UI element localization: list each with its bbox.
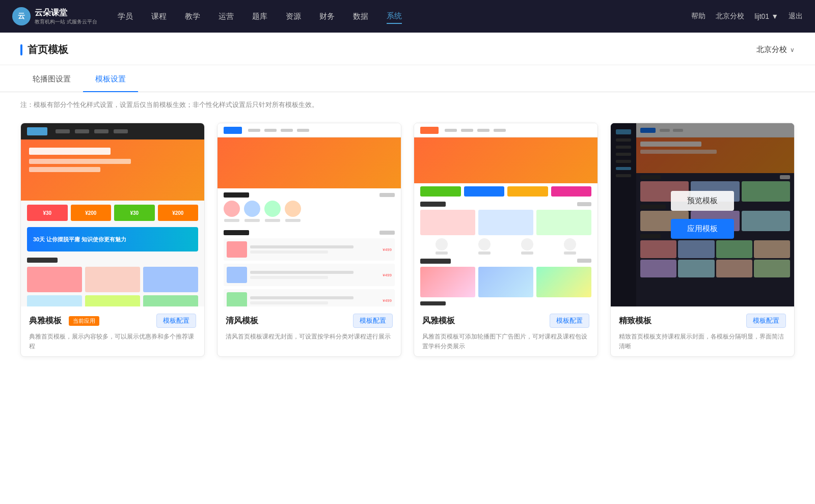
chevron-down-icon: ∨ <box>790 46 795 53</box>
branch-link[interactable]: 北京分校 <box>716 12 744 21</box>
logo: 云 云朵课堂 教育机构一站 式服务云平台 <box>12 7 97 25</box>
template-grid: ¥30 ¥200 ¥30 ¥200 30天 让你摆脱平庸 知识使你 <box>0 118 815 377</box>
branch-selector[interactable]: 北京分校 ∨ <box>756 45 795 54</box>
title-bar-accent <box>20 44 22 55</box>
config-button-1[interactable]: 模板配置 <box>156 314 196 328</box>
config-button-4[interactable]: 模板配置 <box>746 314 786 328</box>
help-link[interactable]: 帮助 <box>691 12 705 21</box>
template-desc-2: 清风首页模板课程无封面，可设置按学科分类对课程进行展示 <box>226 332 393 342</box>
top-navigation: 云 云朵课堂 教育机构一站 式服务云平台 学员 课程 教学 运营 题库 资源 财… <box>0 0 815 33</box>
page-title-text: 首页模板 <box>28 43 68 57</box>
template-card-3: 课程展示 风雅模板 模板配置 风雅首页模板可添加轮播图下广告图片，可对课程及课程… <box>414 123 598 357</box>
config-button-2[interactable]: 模板配置 <box>353 314 393 328</box>
template-preview-4: 预览模板 应用模板 <box>611 123 794 306</box>
template-desc-3: 风雅首页模板可添加轮播图下广告图片，可对课程及课程包设置学科分类展示 <box>422 332 589 351</box>
template-footer-4: 精致模板 模板配置 精致首页模板支持课程展示封面，各模板分隔明显，界面简洁清晰 <box>611 306 794 356</box>
tab-bar: 轮播图设置 模板设置 <box>0 67 815 92</box>
nav-right: 帮助 北京分校 lijt01 ▼ 退出 <box>691 12 803 21</box>
nav-item-questions[interactable]: 题库 <box>252 10 267 23</box>
logout-button[interactable]: 退出 <box>789 12 803 21</box>
page-header: 首页模板 北京分校 ∨ <box>0 33 815 65</box>
template-footer-1: 典雅模板 当前应用 模板配置 典雅首页模板，展示内容较多，可以展示优惠券和多个推… <box>21 306 204 356</box>
logo-icon: 云 <box>12 7 31 25</box>
logo-text: 云朵课堂 教育机构一站 式服务云平台 <box>35 8 97 25</box>
template-card-4: 预览模板 应用模板 精致模板 模板配置 精致首页模板支持课程展示封面，各模板分隔… <box>610 123 795 357</box>
notice-text: 注：模板有部分个性化样式设置，设置后仅当前模板生效；非个性化样式设置后只针对所有… <box>0 92 815 118</box>
nav-item-courses[interactable]: 课程 <box>151 10 167 23</box>
template-desc-4: 精致首页模板支持课程展示封面，各模板分隔明显，界面简洁清晰 <box>619 332 786 351</box>
config-button-3[interactable]: 模板配置 <box>550 314 589 328</box>
nav-menu: 学员 课程 教学 运营 题库 资源 财务 数据 系统 <box>118 9 692 24</box>
nav-item-finance[interactable]: 财务 <box>319 10 335 23</box>
template-name-1: 典雅模板 <box>29 316 62 326</box>
template-preview-3: 课程展示 <box>414 123 597 306</box>
nav-item-system[interactable]: 系统 <box>387 9 402 24</box>
page-content: 首页模板 北京分校 ∨ 轮播图设置 模板设置 注：模板有部分个性化样式设置，设置… <box>0 33 815 504</box>
tab-carousel[interactable]: 轮播图设置 <box>20 67 83 92</box>
nav-item-operations[interactable]: 运营 <box>219 10 234 23</box>
template-preview-1: ¥30 ¥200 ¥30 ¥200 30天 让你摆脱平庸 知识使你 <box>21 123 204 306</box>
template-desc-1: 典雅首页模板，展示内容较多，可以展示优惠券和多个推荐课程 <box>29 332 196 351</box>
template-footer-3: 风雅模板 模板配置 风雅首页模板可添加轮播图下广告图片，可对课程及课程包设置学科… <box>414 306 597 356</box>
preview-button-4[interactable]: 预览模板 <box>671 191 734 211</box>
badge-current-1: 当前应用 <box>69 316 99 326</box>
template-4-overlay: 预览模板 应用模板 <box>611 123 794 306</box>
template-preview-2: ¥499 ¥499 <box>218 123 401 306</box>
template-name-3: 风雅模板 <box>422 316 455 326</box>
tab-template[interactable]: 模板设置 <box>83 67 138 92</box>
page-title: 首页模板 <box>20 43 68 57</box>
nav-item-students[interactable]: 学员 <box>118 10 133 23</box>
nav-item-data[interactable]: 数据 <box>353 10 368 23</box>
template-name-2: 清风模板 <box>226 316 258 326</box>
nav-item-teaching[interactable]: 教学 <box>185 10 200 23</box>
template-card-1: ¥30 ¥200 ¥30 ¥200 30天 让你摆脱平庸 知识使你 <box>20 123 205 357</box>
template-card-2: ¥499 ¥499 <box>217 123 401 357</box>
nav-item-resources[interactable]: 资源 <box>286 10 301 23</box>
apply-button-4[interactable]: 应用模板 <box>671 219 734 239</box>
template-footer-2: 清风模板 模板配置 清风首页模板课程无封面，可设置按学科分类对课程进行展示 <box>218 306 401 347</box>
template-name-4: 精致模板 <box>619 316 651 326</box>
user-menu[interactable]: lijt01 ▼ <box>754 12 778 20</box>
